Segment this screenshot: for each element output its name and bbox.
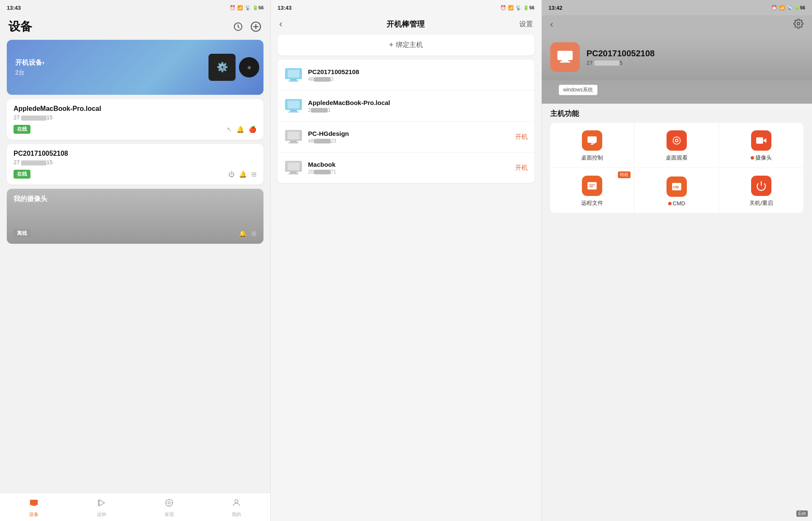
host-item-2[interactable]: PC-HGdesign 4823 开机 xyxy=(277,121,534,152)
host-icon-hg xyxy=(284,127,303,146)
back-button-3[interactable]: ‹ xyxy=(550,19,563,30)
banner-text: 开机设备› 2台 xyxy=(15,58,44,77)
camera-label: 摄像头 xyxy=(751,154,772,162)
svg-rect-27 xyxy=(288,142,299,143)
power-on-button-0[interactable]: 开机 xyxy=(515,133,528,141)
svg-rect-30 xyxy=(290,172,297,173)
host-info-2: PC-HGdesign 4823 xyxy=(308,130,510,144)
power-on-button-1[interactable]: 开机 xyxy=(515,164,528,172)
cmd-label: CMD xyxy=(668,200,686,207)
desktop-control-icon xyxy=(582,130,602,151)
device-card-camera[interactable]: 我的摄像头 离线 🔔 ⊞ xyxy=(7,189,263,244)
signal-icon-2: 📡 xyxy=(516,5,521,11)
status-icons-2: ⏰ 📶 📡 🔋56 xyxy=(500,5,534,11)
host-list: PC201710052108 483 AppledeMacBook-Pro.lo… xyxy=(277,60,534,183)
power-reboot-icon xyxy=(751,176,771,196)
settings-link[interactable]: 设置 xyxy=(519,20,533,29)
device-name-pc: PC201710052108 xyxy=(14,150,257,157)
bind-plus-icon: + xyxy=(389,41,394,50)
wifi-icon: 📶 xyxy=(237,5,243,11)
function-remote-file[interactable]: 特权 远程文件 xyxy=(550,168,635,213)
svg-rect-17 xyxy=(288,70,299,77)
wifi-icon-2: 📶 xyxy=(508,5,514,11)
device-card-macbook[interactable]: AppledeMacBook-Pro.local 27 15 在线 ↖ 🔔 🍎 xyxy=(7,99,263,140)
banner-subtitle: 2台 xyxy=(15,69,44,77)
status-badge-online: 在线 xyxy=(14,125,30,134)
device-detail-ip: 27 5 xyxy=(587,60,655,66)
device-card-pc[interactable]: PC201710052108 27 15 在线 ⏻ 🔔 ⊞ xyxy=(7,144,263,185)
host-ip-2: 4823 xyxy=(308,138,510,144)
nav-devices-icon xyxy=(29,498,38,510)
back-button-2[interactable]: ‹ xyxy=(279,19,292,30)
device-box-icon: ⚙️ xyxy=(208,54,236,81)
time-3: 13:42 xyxy=(549,5,562,11)
host-icon-mac xyxy=(284,96,303,115)
host-item-0[interactable]: PC201710052108 483 xyxy=(277,60,534,91)
nav-remote[interactable]: 远协 xyxy=(68,496,135,519)
dot-cmd xyxy=(668,202,672,205)
banner-title: 开机设备› xyxy=(15,58,44,67)
nav-mine[interactable]: 我的 xyxy=(203,496,270,519)
apple-icon[interactable]: 🍎 xyxy=(249,126,257,133)
svg-point-14 xyxy=(235,500,238,503)
svg-rect-33 xyxy=(557,51,573,60)
svg-point-32 xyxy=(797,22,800,25)
card-action-icons-cam: 🔔 ⊞ xyxy=(239,230,257,237)
function-desktop-watch[interactable]: 桌面观看 xyxy=(634,123,719,168)
device-footer-pc: 在线 ⏻ 🔔 ⊞ xyxy=(14,170,257,179)
nav-discover-icon xyxy=(165,498,174,510)
device-name-camera: 我的摄像头 xyxy=(14,195,257,204)
history-icon[interactable] xyxy=(232,21,244,33)
alarm-icon-3: ⏰ xyxy=(771,5,777,11)
device-ip-macbook: 27 15 xyxy=(14,114,257,121)
dot-camera xyxy=(751,156,754,160)
nav-discover[interactable]: 发现 xyxy=(135,496,203,519)
bell-icon-pc[interactable]: 🔔 xyxy=(239,171,247,178)
device-ip-pc: 27 15 xyxy=(14,159,257,165)
add-device-icon[interactable] xyxy=(250,21,262,33)
function-desktop-control[interactable]: 桌面控制 xyxy=(550,123,635,168)
system-badge: windows系统 xyxy=(559,85,598,95)
card-action-icons: ↖ 🔔 🍎 xyxy=(227,126,257,133)
cmd-icon: CMD xyxy=(667,176,687,197)
desktop-watch-label: 桌面观看 xyxy=(666,154,688,162)
time-2: 13:43 xyxy=(277,5,291,11)
nav-discover-label: 发现 xyxy=(165,511,174,518)
nav-remote-icon xyxy=(97,498,106,510)
alarm-icon: ⏰ xyxy=(230,5,236,11)
bottom-nav: 设备 远协 发现 xyxy=(0,493,270,521)
function-cmd[interactable]: CMD CMD xyxy=(634,168,719,213)
host-icon-pc1 xyxy=(284,66,303,84)
device-detail-header: PC201710052108 27 5 xyxy=(542,36,812,80)
power-icon[interactable]: ⏻ xyxy=(228,171,235,178)
cursor-icon[interactable]: ↖ xyxy=(227,126,232,133)
bell-icon[interactable]: 🔔 xyxy=(236,126,244,133)
device-detail-info: PC201710052108 27 5 xyxy=(587,49,655,66)
svg-rect-23 xyxy=(288,111,299,113)
function-power[interactable]: 关机/重启 xyxy=(719,168,804,213)
windows-icon[interactable]: ⊞ xyxy=(251,171,257,178)
host-icon-mb xyxy=(284,158,303,177)
bind-host-button[interactable]: + 绑定主机 xyxy=(277,35,534,55)
desktop-control-label: 桌面控制 xyxy=(581,154,603,162)
nav-devices[interactable]: 设备 xyxy=(0,496,68,519)
host-name-0: PC201710052108 xyxy=(308,68,527,75)
gear-icon: ⚙️ xyxy=(217,62,228,73)
settings-gear-icon[interactable] xyxy=(793,19,804,30)
function-camera[interactable]: 摄像头 xyxy=(719,123,804,168)
bell-icon-cam[interactable]: 🔔 xyxy=(239,230,247,237)
grid-icon-cam[interactable]: ⊞ xyxy=(251,230,257,237)
svg-rect-36 xyxy=(587,136,597,143)
svg-rect-19 xyxy=(288,80,299,82)
svg-text:CMD: CMD xyxy=(673,185,679,189)
host-ip-1: 21 xyxy=(308,107,527,113)
host-item-1[interactable]: AppledeMacBook-Pro.local 21 xyxy=(277,91,534,121)
device-name-macbook: AppledeMacBook-Pro.local xyxy=(14,105,257,113)
svg-rect-31 xyxy=(288,173,299,174)
svg-rect-25 xyxy=(288,132,299,139)
boot-device-banner[interactable]: 开机设备› 2台 ⚙️ ● xyxy=(7,40,263,95)
svg-point-9 xyxy=(168,502,170,504)
svg-rect-18 xyxy=(290,79,297,80)
host-item-3[interactable]: Macbook 2071 开机 xyxy=(277,152,534,183)
bind-host-label: 绑定主机 xyxy=(396,41,423,50)
